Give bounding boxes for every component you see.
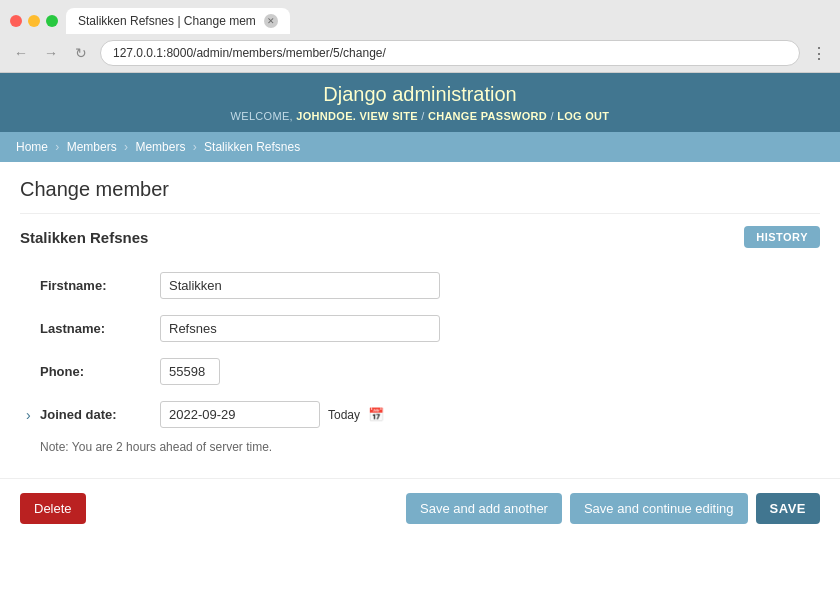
firstname-label: Firstname: (40, 272, 160, 293)
joined-label: Joined date: (40, 401, 160, 422)
minimize-button[interactable] (28, 15, 40, 27)
window-controls (10, 15, 58, 27)
welcome-text: WELCOME, (231, 110, 293, 122)
forward-button[interactable]: → (40, 42, 62, 64)
firstname-input[interactable] (160, 272, 440, 299)
bottom-bar: Delete Save and add another Save and con… (0, 478, 840, 538)
history-button[interactable]: HISTORY (744, 226, 820, 248)
breadcrumb-members-model[interactable]: Members (135, 140, 185, 154)
record-title-row: Stalikken Refsnes HISTORY (20, 226, 820, 248)
back-button[interactable]: ← (10, 42, 32, 64)
tab-close-icon[interactable]: ✕ (264, 14, 278, 28)
title-bar: Stalikken Refsnes | Change mem ✕ (0, 0, 840, 34)
joined-date-input[interactable] (160, 401, 320, 428)
today-button[interactable]: Today (328, 408, 360, 422)
save-button[interactable]: SAVE (756, 493, 820, 524)
username: JOHNDOE. (296, 110, 356, 122)
main-content: Change member Stalikken Refsnes HISTORY … (0, 162, 840, 470)
breadcrumb-home[interactable]: Home (16, 140, 48, 154)
refresh-button[interactable]: ↻ (70, 42, 92, 64)
address-input[interactable] (100, 40, 800, 66)
close-button[interactable] (10, 15, 22, 27)
view-site-link[interactable]: VIEW SITE (359, 110, 417, 122)
delete-button[interactable]: Delete (20, 493, 86, 524)
lastname-field-row: Lastname: (40, 307, 820, 350)
record-name: Stalikken Refsnes (20, 229, 148, 246)
log-out-link[interactable]: LOG OUT (557, 110, 609, 122)
breadcrumb: Home › Members › Members › Stalikken Ref… (0, 132, 840, 162)
phone-field-row: Phone: (40, 350, 820, 393)
phone-label: Phone: (40, 358, 160, 379)
save-continue-button[interactable]: Save and continue editing (570, 493, 748, 524)
maximize-button[interactable] (46, 15, 58, 27)
server-time-note: Note: You are 2 hours ahead of server ti… (40, 440, 820, 454)
firstname-field-row: Firstname: (40, 264, 820, 307)
address-bar: ← → ↻ ⋮ (0, 34, 840, 72)
save-add-button[interactable]: Save and add another (406, 493, 562, 524)
lastname-label: Lastname: (40, 315, 160, 336)
change-password-link[interactable]: CHANGE PASSWORD (428, 110, 547, 122)
browser-menu-icon[interactable]: ⋮ (808, 42, 830, 64)
arrow-hint-icon: › (26, 407, 31, 423)
admin-title: Django administration (0, 83, 840, 106)
browser-chrome: Stalikken Refsnes | Change mem ✕ ← → ↻ ⋮ (0, 0, 840, 73)
form-section: Stalikken Refsnes HISTORY Firstname: Las… (20, 213, 820, 454)
joined-field-row: › Joined date: Today 📅 (40, 393, 820, 436)
browser-tab[interactable]: Stalikken Refsnes | Change mem ✕ (66, 8, 290, 34)
joined-controls: Today 📅 (160, 401, 384, 428)
phone-input[interactable] (160, 358, 220, 385)
admin-header: Django administration WELCOME, JOHNDOE. … (0, 73, 840, 132)
calendar-icon[interactable]: 📅 (368, 407, 384, 422)
breadcrumb-members-app[interactable]: Members (67, 140, 117, 154)
page-title: Change member (20, 178, 820, 201)
user-bar: WELCOME, JOHNDOE. VIEW SITE / CHANGE PAS… (0, 110, 840, 122)
tab-title: Stalikken Refsnes | Change mem (78, 14, 256, 28)
lastname-input[interactable] (160, 315, 440, 342)
breadcrumb-current: Stalikken Refsnes (204, 140, 300, 154)
